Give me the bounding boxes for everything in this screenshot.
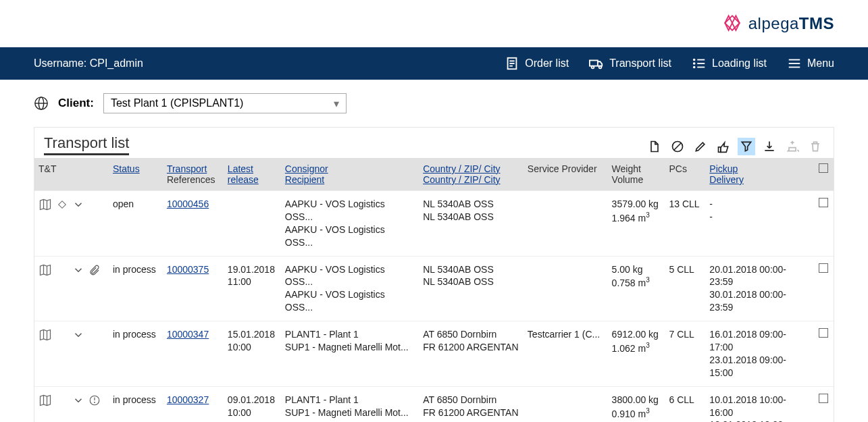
table-row[interactable]: in process1000037519.01.201811:00AAPKU -… — [34, 256, 834, 321]
row-checkbox[interactable] — [819, 394, 828, 403]
consignor-cell: PLANT1 - Plant 1SUP1 - Magneti Marelli M… — [281, 321, 419, 387]
pcs-cell: 5 CLL — [665, 256, 705, 321]
map-icon[interactable] — [39, 328, 52, 345]
release-cell: 09.01.201810:00 — [224, 386, 281, 422]
chev-icon[interactable] — [72, 199, 84, 214]
map-icon[interactable] — [39, 394, 52, 411]
weight-cell: 5.00 kg0.758 m3 — [608, 256, 665, 321]
svg-line-20 — [674, 143, 681, 150]
logo-text: alpegaTMS — [748, 14, 834, 33]
weight-cell: 3800.00 kg0.910 m3 — [608, 386, 665, 422]
svg-point-8 — [694, 63, 695, 64]
service-provider-cell — [524, 386, 608, 422]
release-cell: 19.01.201811:00 — [224, 256, 281, 321]
col-pickup[interactable]: Pickup — [709, 163, 738, 174]
col-address[interactable]: Country / ZIP/ City — [423, 163, 500, 174]
username-label: Username: CPI_admin — [34, 57, 505, 70]
table-header-row: T&T Status TransportReferences Latestrel… — [34, 158, 834, 191]
release-cell: 15.01.201810:00 — [224, 321, 281, 387]
document-icon — [505, 56, 519, 71]
transport-table: T&T Status TransportReferences Latestrel… — [34, 158, 834, 422]
status-cell: in process — [109, 321, 163, 387]
nav-order-list[interactable]: Order list — [505, 56, 569, 71]
clip-icon[interactable] — [88, 264, 101, 280]
row-checkbox[interactable] — [819, 328, 828, 338]
edit-button[interactable] — [692, 138, 709, 155]
status-cell: in process — [109, 256, 163, 321]
map-icon[interactable] — [39, 263, 52, 280]
nav-loading-list[interactable]: Loading list — [692, 56, 767, 71]
service-provider-cell: Testcarrier 1 (C... — [524, 321, 608, 387]
transport-ref-link[interactable]: 10000327 — [167, 394, 209, 405]
col-weight: Weight — [612, 163, 641, 174]
svg-rect-4 — [590, 60, 598, 65]
col-release[interactable]: Latest — [228, 163, 253, 174]
table-row[interactable]: in process1000032709.01.201810:00PLANT1 … — [34, 386, 834, 422]
nav-bar: Username: CPI_admin Order list Transport… — [0, 47, 868, 80]
status-cell: in process — [109, 386, 163, 422]
page-title: Transport list — [44, 134, 129, 155]
globe-icon — [34, 96, 49, 111]
status-cell: open — [109, 191, 163, 257]
chev-icon[interactable] — [72, 264, 84, 280]
select-all-checkbox[interactable] — [819, 163, 828, 173]
col-consignor[interactable]: Consignor — [285, 163, 328, 174]
info-icon[interactable] — [88, 394, 101, 410]
consignor-cell: PLANT1 - Plant 1SUP1 - Magneti Marelli M… — [281, 386, 419, 422]
weight-cell: 6912.00 kg1.062 m3 — [608, 321, 665, 387]
chevron-down-icon: ▾ — [334, 97, 339, 110]
pcs-cell: 6 CLL — [665, 386, 705, 422]
svg-point-7 — [694, 59, 695, 61]
diamond-icon[interactable] — [56, 199, 68, 214]
nav-menu[interactable]: Menu — [787, 56, 834, 71]
release-cell — [224, 191, 281, 257]
pickup-delivery-cell: 16.01.2018 09:00-17:0023.01.2018 09:00-1… — [705, 321, 813, 387]
address-cell: NL 5340AB OSSNL 5340AB OSS — [419, 191, 524, 257]
transport-ref-link[interactable]: 10000375 — [167, 264, 209, 275]
svg-point-5 — [592, 66, 594, 69]
client-select[interactable]: Test Plant 1 (CPISPLANT1) ▾ — [103, 93, 347, 113]
delete-button — [807, 138, 824, 155]
truck-icon — [589, 56, 604, 71]
nav-transport-list[interactable]: Transport list — [589, 56, 671, 71]
thumbs-up-button[interactable] — [715, 138, 732, 155]
table-row[interactable]: open10000456AAPKU - VOS Logistics OSS...… — [34, 191, 834, 257]
svg-rect-25 — [59, 201, 66, 209]
transport-ref-link[interactable]: 10000456 — [167, 199, 209, 209]
map-icon[interactable] — [39, 198, 52, 215]
col-status[interactable]: Status — [113, 163, 140, 174]
col-transport[interactable]: Transport — [167, 163, 207, 174]
svg-marker-32 — [41, 395, 51, 405]
transport-ref-link[interactable]: 10000347 — [167, 329, 209, 340]
table-row[interactable]: in process1000034715.01.201810:00PLANT1 … — [34, 321, 834, 387]
address-cell: NL 5340AB OSSNL 5340AB OSS — [419, 256, 524, 321]
col-pcs: PCs — [669, 163, 686, 174]
filter-button[interactable] — [738, 138, 755, 155]
row-checkbox[interactable] — [819, 198, 828, 207]
alpega-logo-icon — [720, 14, 744, 33]
svg-point-37 — [95, 402, 95, 402]
svg-point-9 — [694, 67, 695, 68]
consignor-cell: AAPKU - VOS Logistics OSS...AAPKU - VOS … — [281, 256, 419, 321]
pickup-delivery-cell: 10.01.2018 10:00-16:0012.01.2018 12:00-1… — [705, 386, 813, 422]
nav-items: Order list Transport list Loading list M… — [505, 56, 834, 71]
svg-marker-26 — [41, 265, 51, 275]
logo: alpegaTMS — [720, 14, 834, 33]
svg-marker-22 — [41, 200, 51, 210]
svg-rect-21 — [719, 147, 721, 153]
chev-icon[interactable] — [72, 394, 84, 410]
download-button[interactable] — [761, 138, 778, 155]
list-actions — [646, 138, 824, 155]
pcs-cell: 7 CLL — [665, 321, 705, 387]
forbid-button[interactable] — [669, 138, 686, 155]
pcs-cell: 13 CLL — [665, 191, 705, 257]
client-row: Client: Test Plant 1 (CPISPLANT1) ▾ — [0, 80, 868, 127]
chev-icon[interactable] — [72, 329, 84, 344]
svg-marker-29 — [41, 330, 51, 340]
pickup-delivery-cell: 20.01.2018 00:00-23:5930.01.2018 00:00-2… — [705, 256, 813, 321]
row-checkbox[interactable] — [819, 263, 828, 273]
consignor-cell: AAPKU - VOS Logistics OSS...AAPKU - VOS … — [281, 191, 419, 257]
list-icon — [692, 56, 707, 71]
service-provider-cell — [524, 191, 608, 257]
new-button[interactable] — [646, 138, 663, 155]
